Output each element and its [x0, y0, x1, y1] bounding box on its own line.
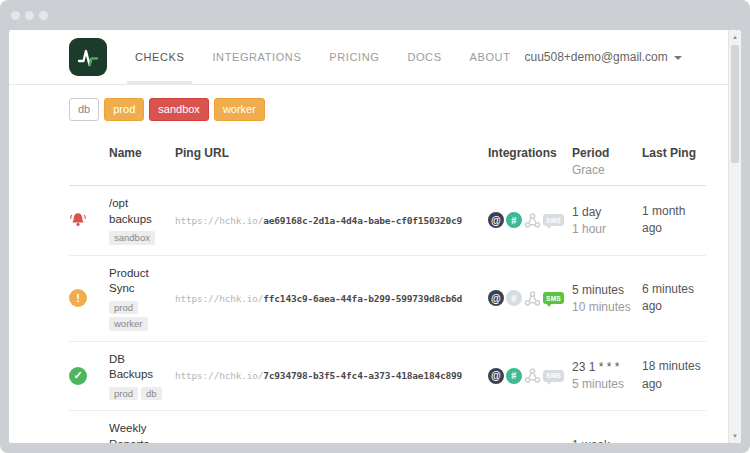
filter-tag-worker[interactable]: worker — [214, 98, 265, 121]
account-email: cuu508+demo@gmail.com — [524, 50, 667, 64]
header-integrations: Integrations — [488, 146, 566, 177]
check-name[interactable]: Product Sync — [109, 266, 169, 297]
checks-table: Name Ping URL Integrations Period Grace … — [69, 146, 706, 443]
nav-item-integrations[interactable]: INTEGRATIONS — [198, 30, 315, 85]
header-period: Period Grace — [572, 146, 636, 177]
check-grace: 5 minutes — [572, 377, 636, 391]
check-period: 23 1 * * * — [572, 360, 636, 374]
header-last-ping: Last Ping — [642, 146, 706, 177]
nav-item-docs[interactable]: DOCS — [393, 30, 455, 85]
check-name[interactable]: DB Backups — [109, 352, 169, 383]
account-menu[interactable]: cuu508+demo@gmail.com — [524, 50, 711, 64]
filter-tag-sandbox[interactable]: sandbox — [149, 98, 209, 121]
webhook-integration-icon[interactable] — [524, 290, 541, 307]
sms-integration-icon[interactable]: SMS — [543, 370, 564, 382]
window-control-dot[interactable] — [25, 11, 34, 20]
email-integration-icon[interactable]: @ — [488, 368, 504, 384]
check-period: 5 minutes — [572, 283, 636, 297]
table-header: Name Ping URL Integrations Period Grace … — [69, 146, 706, 186]
check-tag: worker — [109, 317, 148, 331]
last-ping: 1 month ago — [642, 203, 706, 238]
webhook-integration-icon[interactable] — [524, 212, 541, 229]
header-grace: Grace — [572, 163, 636, 177]
check-tag: prod — [109, 301, 138, 315]
window-control-dot[interactable] — [11, 11, 20, 20]
status-ok-icon: ✓ — [69, 367, 87, 385]
sms-integration-icon[interactable]: SMS — [543, 214, 564, 226]
browser-window: ▲ ▼ CHECKS INTEGRATIONS PRICING DOCS ABO… — [0, 0, 750, 453]
check-name[interactable]: Weekly Reports — [109, 421, 169, 443]
nav-item-checks[interactable]: CHECKS — [121, 30, 198, 85]
check-name[interactable]: /opt backups — [109, 196, 169, 227]
email-integration-icon[interactable]: @ — [488, 212, 504, 228]
nav-item-about[interactable]: ABOUT — [456, 30, 525, 85]
scrollbar[interactable]: ▲ ▼ — [728, 30, 741, 443]
healthchecks-logo-icon[interactable] — [69, 38, 107, 76]
header-status — [69, 146, 103, 177]
table-row[interactable]: ✓ DB Backups prod db https://hchk.io/7c9… — [69, 342, 706, 412]
slack-integration-icon[interactable]: # — [506, 212, 522, 228]
check-grace: 1 hour — [572, 222, 636, 236]
page-content: ▲ ▼ CHECKS INTEGRATIONS PRICING DOCS ABO… — [9, 30, 741, 443]
window-titlebar — [0, 0, 750, 30]
header-ping-url: Ping URL — [175, 146, 482, 177]
status-alert-bell-icon — [69, 211, 87, 229]
status-warning-icon: ! — [69, 289, 87, 307]
filter-tag-prod[interactable]: prod — [104, 98, 144, 121]
email-integration-icon[interactable]: @ — [488, 290, 504, 306]
scroll-up-icon[interactable]: ▲ — [729, 31, 741, 43]
table-row[interactable]: ! Product Sync prod worker https://hchk.… — [69, 256, 706, 342]
table-row[interactable]: /opt backups sandbox https://hchk.io/ae6… — [69, 186, 706, 256]
last-ping: 18 minutes ago — [642, 358, 706, 393]
check-tag: sandbox — [109, 231, 155, 245]
navbar: CHECKS INTEGRATIONS PRICING DOCS ABOUT c… — [9, 30, 741, 85]
nav-item-pricing[interactable]: PRICING — [315, 30, 393, 85]
check-period: 1 week — [572, 438, 636, 443]
scroll-down-icon[interactable]: ▼ — [729, 430, 741, 442]
check-tag: prod — [109, 387, 138, 401]
check-period: 1 day — [572, 205, 636, 219]
slack-integration-icon[interactable]: # — [506, 290, 522, 306]
check-grace: 10 minutes — [572, 300, 636, 314]
slack-integration-icon[interactable]: # — [506, 368, 522, 384]
ping-url[interactable]: https://hchk.io/7c934798-b3f5-4fc4-a373-… — [175, 370, 482, 381]
check-tag: db — [141, 387, 162, 401]
last-ping: 6 minutes ago — [642, 281, 706, 316]
ping-url[interactable]: https://hchk.io/ae69168c-2d1a-4d4a-babe-… — [175, 215, 482, 226]
ping-url[interactable]: https://hchk.io/ffc143c9-6aea-44fa-b299-… — [175, 293, 482, 304]
header-name: Name — [109, 146, 169, 177]
caret-down-icon — [674, 56, 682, 60]
table-row[interactable]: ✓ Weekly Reports prod worker https://hch… — [69, 411, 706, 443]
filter-tags: db prod sandbox worker — [9, 85, 741, 121]
scrollbar-thumb[interactable] — [731, 45, 739, 163]
filter-tag-db[interactable]: db — [69, 98, 99, 121]
nav-menu: CHECKS INTEGRATIONS PRICING DOCS ABOUT — [121, 30, 524, 85]
window-control-dot[interactable] — [39, 11, 48, 20]
webhook-integration-icon[interactable] — [524, 367, 541, 384]
sms-integration-icon[interactable]: SMS — [543, 292, 564, 304]
